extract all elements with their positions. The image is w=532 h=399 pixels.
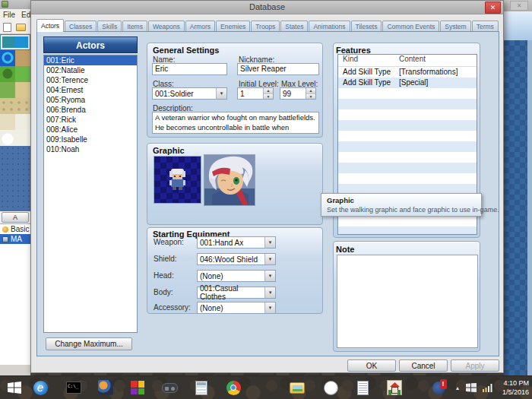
actor-list-item[interactable]: 008:Alice (44, 125, 137, 135)
shield-dropdown[interactable]: 046:Wood Shield▼ (197, 253, 276, 265)
ok-button[interactable]: OK (347, 359, 396, 372)
weapon-label: Weapon: (154, 238, 184, 246)
rpgmaker-game-icon[interactable] (386, 379, 403, 396)
chevron-down-icon[interactable]: ▼ (264, 302, 275, 313)
tree-item-project[interactable]: Basic (0, 224, 30, 234)
name-input[interactable]: Eric (152, 63, 227, 75)
tile-bush[interactable] (0, 66, 30, 82)
actor-list-item[interactable]: 006:Brenda (44, 105, 137, 115)
actor-list-item[interactable]: 007:Rick (44, 115, 137, 125)
tab-weapons[interactable]: Weapons (148, 21, 185, 32)
note-input[interactable] (337, 255, 478, 348)
taskbar-clock[interactable]: 4:10 PM 1/5/2016 (502, 378, 529, 397)
tab-states[interactable]: States (280, 21, 308, 32)
tab-terms[interactable]: Terms (472, 21, 499, 32)
initial-level-stepper[interactable]: 1 ▲▼ (237, 87, 274, 100)
main-window-right: ✕ (504, 0, 532, 375)
tab-troops[interactable]: Troops (251, 21, 280, 32)
open-folder-icon[interactable] (16, 24, 26, 31)
max-level-stepper[interactable]: 99 ▲▼ (280, 87, 316, 100)
tile-pale[interactable] (0, 114, 30, 130)
start-button[interactable] (6, 379, 23, 396)
feature-row[interactable]: Add Skill Type [Transformations] (338, 67, 477, 78)
tile-water-selected[interactable] (0, 34, 30, 50)
tray-network-icon[interactable] (464, 379, 478, 396)
accessory-dropdown[interactable]: (None)▼ (197, 302, 276, 314)
chevron-down-icon[interactable]: ▼ (264, 237, 275, 248)
controller-icon[interactable] (161, 379, 178, 396)
spin-down-icon[interactable]: ▼ (264, 94, 273, 100)
nickname-input[interactable]: Silver Reaper (237, 63, 319, 75)
tray-signal-icon[interactable] (481, 379, 493, 396)
class-dropdown[interactable]: 001:Soldier ▼ (152, 87, 227, 100)
weapon-dropdown[interactable]: 001:Hand Ax▼ (197, 236, 276, 249)
menu-edit[interactable]: Ed (21, 9, 30, 21)
map-area[interactable] (504, 40, 527, 375)
tab-tilesets[interactable]: Tilesets (351, 21, 382, 32)
description-input[interactable]: A veteran warrior who fought on many bat… (152, 112, 319, 134)
internet-explorer-icon[interactable]: e (32, 379, 49, 396)
tab-classes[interactable]: Classes (65, 21, 97, 32)
tab-system[interactable]: System (440, 21, 470, 32)
window-close-icon[interactable]: ✕ (510, 1, 528, 11)
menu-bar[interactable]: File Ed (0, 9, 30, 21)
new-file-icon[interactable] (3, 23, 11, 32)
dialog-titlebar[interactable]: Database (31, 1, 503, 14)
map-tree[interactable]: Basic MA (0, 223, 30, 365)
apply-button[interactable]: Apply (451, 359, 499, 372)
tab-skills[interactable]: Skills (97, 21, 122, 32)
chevron-down-icon[interactable]: ▼ (264, 287, 275, 298)
actor-list-item[interactable]: 004:Ernest (44, 85, 137, 95)
head-label: Head: (154, 271, 174, 280)
tray-up-arrow-icon[interactable]: ▲ (453, 379, 462, 396)
notepad-icon[interactable] (354, 379, 371, 396)
menu-file[interactable]: File (3, 9, 15, 21)
white-app-icon[interactable] (322, 379, 339, 396)
tab-common-events[interactable]: Common Events (382, 21, 439, 32)
feature-row[interactable]: Add Skill Type [Special] (338, 78, 477, 88)
note-group: Note (333, 241, 480, 352)
tile-grass-sand[interactable] (0, 82, 30, 98)
actor-list-item[interactable]: 002:Natalie (44, 65, 137, 75)
close-icon[interactable]: ✕ (485, 2, 501, 14)
map-scrollbar[interactable] (527, 40, 532, 375)
tree-item-map-selected[interactable]: MA (0, 234, 30, 244)
tab-items[interactable]: Items (122, 21, 147, 32)
spin-down-icon[interactable]: ▼ (306, 94, 315, 100)
folder-pictures-icon[interactable] (289, 379, 306, 396)
body-dropdown[interactable]: 001:Casual Clothes▼ (197, 287, 276, 299)
face-graphic[interactable] (204, 154, 255, 206)
chevron-down-icon[interactable]: ▼ (264, 271, 275, 281)
head-dropdown[interactable]: (None)▼ (197, 270, 276, 282)
spin-up-icon[interactable]: ▲ (306, 88, 315, 94)
change-maximum-button[interactable]: Change Maximum... (46, 337, 132, 350)
terminal-icon[interactable]: C:\_ (65, 379, 82, 396)
cancel-button[interactable]: Cancel (399, 359, 448, 372)
tray-alert-icon[interactable]: ! (430, 379, 447, 396)
tile-sand[interactable] (0, 98, 30, 114)
calculator-icon[interactable] (193, 379, 210, 396)
tab-actors[interactable]: Actors (36, 19, 64, 32)
palette-tab-a[interactable]: A (2, 212, 29, 223)
actor-list-item[interactable]: 010:Noah (44, 144, 137, 154)
rpg-art-icon[interactable] (97, 379, 114, 396)
chrome-icon[interactable] (225, 379, 242, 396)
chevron-down-icon[interactable]: ▼ (264, 254, 275, 264)
tab-enemies[interactable]: Enemies (216, 21, 250, 32)
actor-list-item[interactable]: 001:Eric (44, 55, 137, 65)
actors-list[interactable]: 001:Eric 002:Natalie 003:Terence 004:Ern… (43, 55, 138, 333)
tile-circle[interactable] (0, 50, 30, 66)
project-icon (2, 226, 8, 233)
actor-list-item[interactable]: 005:Ryoma (44, 95, 137, 105)
tab-armors[interactable]: Armors (185, 21, 215, 32)
walking-graphic[interactable] (154, 156, 201, 204)
spin-up-icon[interactable]: ▲ (264, 88, 273, 94)
actor-list-item[interactable]: 009:Isabelle (44, 135, 137, 144)
feature-kind: Add Skill Type (338, 67, 394, 78)
color-grid-icon[interactable] (129, 379, 146, 396)
tileset-palette[interactable] (0, 34, 30, 211)
tab-animations[interactable]: Animations (309, 21, 350, 32)
chevron-down-icon[interactable]: ▼ (216, 88, 226, 99)
actor-list-item[interactable]: 003:Terence (44, 75, 137, 85)
tile-white[interactable] (0, 130, 30, 146)
